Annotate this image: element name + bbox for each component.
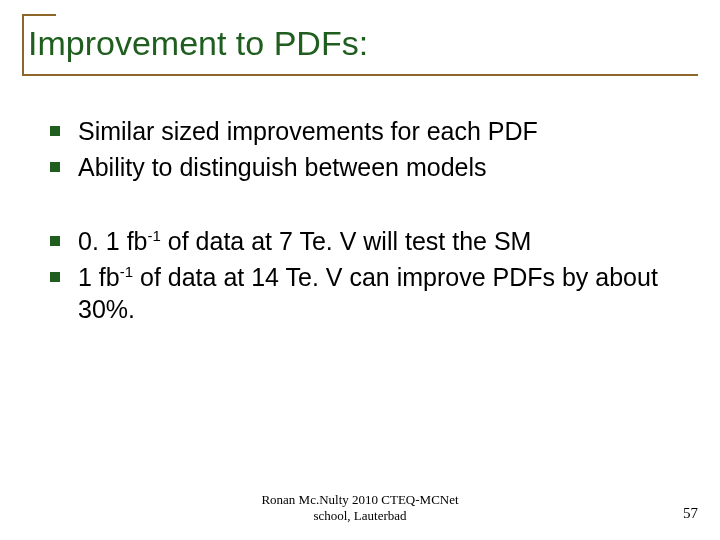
bullet-group-1: Similar sized improvements for each PDF … xyxy=(50,115,690,183)
list-item: Similar sized improvements for each PDF xyxy=(50,115,690,147)
square-bullet-icon xyxy=(50,236,60,246)
slide: Improvement to PDFs: Similar sized impro… xyxy=(0,0,720,540)
footer-line-2: school, Lauterbad xyxy=(0,508,720,524)
text-pre: 0. 1 fb xyxy=(78,227,148,255)
page-number: 57 xyxy=(683,505,698,522)
page-title: Improvement to PDFs: xyxy=(22,14,698,63)
rule-left xyxy=(22,14,24,76)
text-post: of data at 7 Te. V will test the SM xyxy=(161,227,532,255)
bullet-text: Similar sized improvements for each PDF xyxy=(78,115,538,147)
content: Similar sized improvements for each PDF … xyxy=(22,69,698,325)
text-pre: 1 fb xyxy=(78,263,120,291)
list-item: 1 fb-1 of data at 14 Te. V can improve P… xyxy=(50,261,690,325)
bullet-text: Ability to distinguish between models xyxy=(78,151,487,183)
bullet-text: 1 fb-1 of data at 14 Te. V can improve P… xyxy=(78,261,690,325)
square-bullet-icon xyxy=(50,126,60,136)
bullet-group-2: 0. 1 fb-1 of data at 7 Te. V will test t… xyxy=(50,225,690,325)
rule-bottom xyxy=(22,74,698,76)
superscript: -1 xyxy=(120,263,133,280)
square-bullet-icon xyxy=(50,272,60,282)
text-post: of data at 14 Te. V can improve PDFs by … xyxy=(78,263,658,323)
footer-line-1: Ronan Mc.Nulty 2010 CTEQ-MCNet xyxy=(0,492,720,508)
list-item: 0. 1 fb-1 of data at 7 Te. V will test t… xyxy=(50,225,690,257)
square-bullet-icon xyxy=(50,162,60,172)
list-item: Ability to distinguish between models xyxy=(50,151,690,183)
bullet-text: 0. 1 fb-1 of data at 7 Te. V will test t… xyxy=(78,225,531,257)
rule-top xyxy=(22,14,56,16)
footer: Ronan Mc.Nulty 2010 CTEQ-MCNet school, L… xyxy=(0,492,720,525)
superscript: -1 xyxy=(148,227,161,244)
title-container: Improvement to PDFs: xyxy=(22,14,698,69)
